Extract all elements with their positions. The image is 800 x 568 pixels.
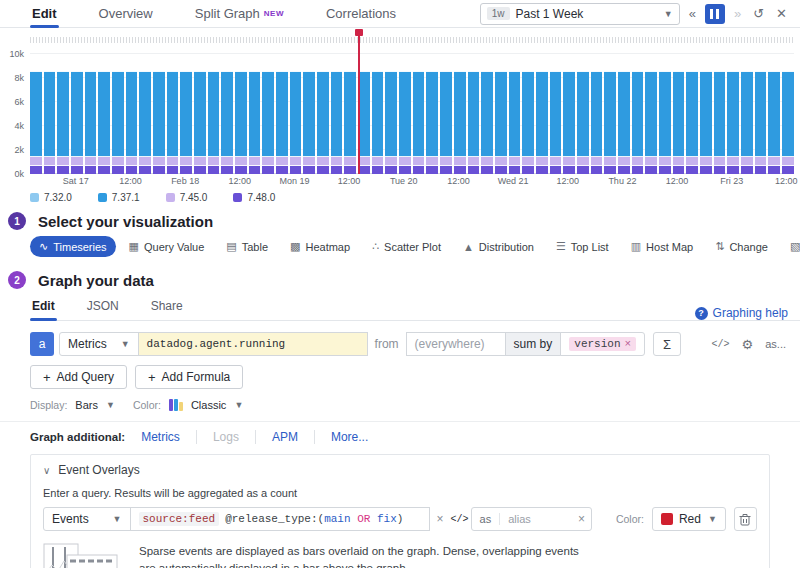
stacked-bar[interactable] bbox=[440, 54, 452, 174]
metric-name-input[interactable]: datadog.agent.running bbox=[138, 332, 368, 356]
stacked-bar[interactable] bbox=[276, 54, 288, 174]
tab-split-graph[interactable]: Split GraphNEW bbox=[193, 0, 286, 27]
graph-additional-link-more[interactable]: More... bbox=[314, 430, 384, 444]
stacked-bar[interactable] bbox=[468, 54, 480, 174]
stacked-bar[interactable] bbox=[632, 54, 644, 174]
stacked-bar[interactable] bbox=[358, 54, 370, 174]
event-source-select[interactable]: Events▼ bbox=[43, 507, 131, 531]
tab-correlations[interactable]: Correlations bbox=[324, 0, 398, 27]
stacked-bar[interactable] bbox=[659, 54, 671, 174]
stacked-bar[interactable] bbox=[153, 54, 165, 174]
stacked-bar[interactable] bbox=[262, 54, 274, 174]
stacked-bar[interactable] bbox=[139, 54, 151, 174]
data-source-select[interactable]: Metrics▼ bbox=[59, 332, 139, 356]
viz-button-top-list[interactable]: ☰Top List bbox=[547, 236, 618, 257]
stacked-bar[interactable] bbox=[71, 54, 83, 174]
stacked-bar[interactable] bbox=[235, 54, 247, 174]
tab-editor-share[interactable]: Share bbox=[149, 295, 185, 320]
viz-button-table[interactable]: ▤Table bbox=[217, 236, 277, 257]
stacked-bar[interactable] bbox=[167, 54, 179, 174]
tab-overview[interactable]: Overview bbox=[97, 0, 155, 27]
event-marker[interactable] bbox=[355, 29, 363, 36]
stacked-bar[interactable] bbox=[714, 54, 726, 174]
display-type-select[interactable]: Bars▼ bbox=[75, 399, 115, 411]
viz-button-timeseries[interactable]: ∿Timeseries bbox=[30, 236, 116, 257]
stacked-bar[interactable] bbox=[755, 54, 767, 174]
stacked-bar[interactable] bbox=[673, 54, 685, 174]
stacked-bar[interactable] bbox=[700, 54, 712, 174]
legend-item[interactable]: 7.37.1 bbox=[98, 192, 140, 203]
stacked-bar[interactable] bbox=[645, 54, 657, 174]
tab-edit[interactable]: Edit bbox=[30, 0, 59, 27]
clear-alias-icon[interactable]: × bbox=[572, 512, 591, 526]
stacked-bar[interactable] bbox=[98, 54, 110, 174]
from-scope-input[interactable]: (everywhere) bbox=[406, 332, 506, 356]
time-range-picker[interactable]: 1w Past 1 Week ▼ bbox=[480, 3, 680, 25]
add-query-button[interactable]: +Add Query bbox=[30, 365, 127, 389]
code-view-icon[interactable]: </> bbox=[451, 514, 469, 525]
stacked-bar[interactable] bbox=[495, 54, 507, 174]
stacked-bar[interactable] bbox=[221, 54, 233, 174]
plot-area[interactable] bbox=[30, 54, 794, 174]
event-query-input[interactable]: source:feed @release_type:(main OR fix) bbox=[130, 507, 430, 531]
alias-input[interactable]: alias bbox=[500, 513, 572, 525]
legend-item[interactable]: 7.48.0 bbox=[233, 192, 275, 203]
stacked-bar[interactable] bbox=[290, 54, 302, 174]
legend-item[interactable]: 7.45.0 bbox=[166, 192, 208, 203]
group-by-input[interactable]: version× bbox=[560, 332, 645, 356]
close-icon[interactable]: ✕ bbox=[773, 4, 790, 23]
stacked-bar[interactable] bbox=[57, 54, 69, 174]
add-formula-button[interactable]: +Add Formula bbox=[135, 365, 243, 389]
group-by-tag[interactable]: version× bbox=[569, 337, 636, 351]
stacked-bar[interactable] bbox=[85, 54, 97, 174]
graph-additional-link-apm[interactable]: APM bbox=[255, 430, 314, 444]
alias-input-group[interactable]: as alias × bbox=[471, 507, 592, 531]
stacked-bar[interactable] bbox=[194, 54, 206, 174]
stacked-bar[interactable] bbox=[112, 54, 124, 174]
stacked-bar[interactable] bbox=[44, 54, 56, 174]
stacked-bar[interactable] bbox=[317, 54, 329, 174]
stacked-bar[interactable] bbox=[331, 54, 343, 174]
legend-item[interactable]: 7.32.0 bbox=[30, 192, 72, 203]
color-palette-select[interactable]: Classic▼ bbox=[169, 399, 243, 411]
stacked-bar[interactable] bbox=[413, 54, 425, 174]
stacked-bar[interactable] bbox=[563, 54, 575, 174]
clear-query-icon[interactable]: × bbox=[430, 512, 451, 526]
graphing-help-link[interactable]: ? Graphing help bbox=[695, 306, 788, 320]
stacked-bar[interactable] bbox=[30, 54, 42, 174]
timeseries-chart[interactable]: 0k2k4k6k8k10k Sat 1712:00Feb 1812:00Mon … bbox=[0, 28, 800, 188]
stacked-bar[interactable] bbox=[782, 54, 794, 174]
stacked-bar[interactable] bbox=[577, 54, 589, 174]
stacked-bar[interactable] bbox=[768, 54, 780, 174]
stacked-bar[interactable] bbox=[481, 54, 493, 174]
event-color-select[interactable]: Red ▼ bbox=[652, 507, 726, 531]
refresh-icon[interactable]: ↺ bbox=[750, 4, 767, 23]
stacked-bar[interactable] bbox=[399, 54, 411, 174]
stacked-bar[interactable] bbox=[426, 54, 438, 174]
scrub-backward-icon[interactable]: « bbox=[686, 4, 699, 23]
tab-editor-edit[interactable]: Edit bbox=[30, 295, 57, 320]
stacked-bar[interactable] bbox=[522, 54, 534, 174]
stacked-bar[interactable] bbox=[372, 54, 384, 174]
stacked-bar[interactable] bbox=[126, 54, 138, 174]
code-view-icon[interactable]: </> bbox=[712, 339, 730, 350]
as-alias-link[interactable]: as... bbox=[765, 338, 786, 350]
stacked-bar[interactable] bbox=[741, 54, 753, 174]
viz-button-distribution[interactable]: ▲Distribution bbox=[454, 237, 543, 257]
stacked-bar[interactable] bbox=[550, 54, 562, 174]
tab-editor-json[interactable]: JSON bbox=[85, 295, 121, 320]
event-overlays-header[interactable]: ∨ Event Overlays bbox=[31, 455, 769, 485]
stacked-bar[interactable] bbox=[208, 54, 220, 174]
delete-overlay-button[interactable] bbox=[734, 507, 757, 531]
stacked-bar[interactable] bbox=[727, 54, 739, 174]
stacked-bar[interactable] bbox=[180, 54, 192, 174]
viz-button-heatmap[interactable]: ▩Heatmap bbox=[281, 236, 359, 257]
viz-button-query-value[interactable]: ▦Query Value bbox=[120, 236, 214, 257]
stacked-bar[interactable] bbox=[303, 54, 315, 174]
stacked-bar[interactable] bbox=[536, 54, 548, 174]
stacked-bar[interactable] bbox=[344, 54, 356, 174]
stacked-bar[interactable] bbox=[249, 54, 261, 174]
viz-button-geomap[interactable]: ▧Geomap bbox=[781, 236, 800, 257]
gear-icon[interactable]: ⚙ bbox=[742, 337, 754, 352]
viz-button-scatter-plot[interactable]: ∴Scatter Plot bbox=[363, 236, 450, 257]
